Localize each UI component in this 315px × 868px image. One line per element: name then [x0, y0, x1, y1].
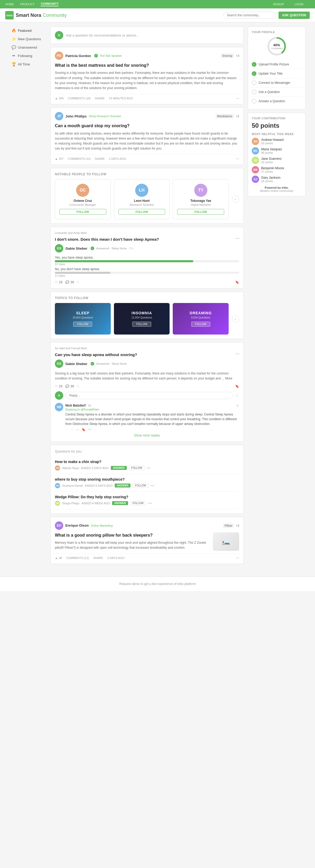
- q2-follow-button[interactable]: FOLLOW: [130, 501, 146, 505]
- profile-action-3[interactable]: Ask a Question: [252, 88, 302, 97]
- q0-more[interactable]: •••: [147, 466, 151, 470]
- topic1-follow-button[interactable]: FOLLOW: [132, 322, 151, 327]
- post1-comments[interactable]: COMMENTS (18): [68, 97, 91, 100]
- like-button[interactable]: ♡ 19: [55, 280, 62, 284]
- comment-like-icon[interactable]: ♡: [65, 428, 68, 432]
- second-apnea-author: Gabie Sheber: [65, 362, 88, 366]
- topic2-follow-button[interactable]: FOLLOW: [191, 322, 210, 327]
- comment-more-icon[interactable]: •••: [88, 428, 92, 432]
- q1-follow-button[interactable]: FOLLOW: [133, 483, 148, 488]
- people-next-arrow[interactable]: ›: [232, 195, 239, 203]
- comment-bookmark-icon[interactable]: 🔖: [82, 428, 85, 432]
- follow-leon-button[interactable]: FOLLOW: [118, 209, 165, 215]
- contributor-1: MV Maria Vasquez 46 points: [252, 147, 302, 155]
- contributor3-info: Benjamin Moore 27 points: [261, 166, 284, 173]
- profile-action-1[interactable]: ✓ Update Your Title: [252, 69, 302, 78]
- profile-action-2[interactable]: Connect to Messenger: [252, 78, 302, 88]
- q2-more[interactable]: •••: [148, 501, 152, 505]
- comment-button[interactable]: 💬 39: [65, 280, 74, 284]
- follow-oviene-button[interactable]: FOLLOW: [59, 209, 106, 215]
- topics-grid: SLEEP 19,654 Questions FOLLOW INSOMNIA 1…: [55, 303, 229, 335]
- post2-avatar: JP: [55, 112, 63, 120]
- pillow-more[interactable]: •••: [236, 556, 239, 559]
- q1-more[interactable]: •••: [151, 484, 154, 488]
- ask-placeholder[interactable]: Ask a question for recommendations or ad…: [66, 33, 139, 37]
- post1-tag[interactable]: Snoring: [221, 54, 234, 58]
- nav-login[interactable]: LOGIN: [294, 3, 304, 6]
- second-apnea-more[interactable]: •••: [236, 352, 239, 356]
- q1-answer-button[interactable]: ANSWER: [115, 484, 131, 488]
- post2-comments[interactable]: COMMENTS (12): [68, 157, 91, 160]
- emoji-button[interactable]: ☺: [235, 393, 239, 398]
- share-button[interactable]: ↑: [77, 280, 79, 284]
- post1-more[interactable]: •••: [236, 97, 239, 100]
- person0-role: Community Manager: [59, 203, 106, 206]
- person1-role: Research Scientist: [118, 203, 165, 206]
- sidebar-item-featured[interactable]: 🔥 Featured: [9, 27, 46, 34]
- pillow-tag[interactable]: Pillow: [223, 524, 234, 528]
- second-share-button[interactable]: ↑: [77, 384, 79, 388]
- post1-votes: ▲ 309: [55, 97, 64, 100]
- follow-tokunaga-button[interactable]: FOLLOW: [177, 209, 224, 215]
- bookmark-button[interactable]: 🔖: [235, 280, 239, 284]
- user-avatar: U: [55, 31, 63, 39]
- question-row-1: where to buy stop snoring mouthpiece? DD…: [55, 474, 239, 492]
- post1-tag-extra: +3: [236, 54, 239, 57]
- nav-community[interactable]: COMMUNITY: [41, 2, 59, 6]
- post1-share[interactable]: SHARE: [95, 97, 105, 100]
- collapse-button[interactable]: ∨: [236, 403, 239, 408]
- sidebar-item-all-time[interactable]: 🏆 All Time: [9, 60, 46, 68]
- q0-follow-button[interactable]: FOLLOW: [129, 466, 145, 470]
- comment-dislike-icon[interactable]: ♡: [71, 428, 74, 432]
- nav-home[interactable]: HOME: [5, 3, 14, 6]
- pillow-title: What is a good snoring pillow for back s…: [55, 532, 210, 538]
- contributor0-name: Andrew Howard: [261, 138, 283, 142]
- sidebar-item-new-questions[interactable]: ✨ New Questions: [9, 35, 46, 43]
- q2-answer-button[interactable]: ANSWER: [112, 501, 128, 505]
- comment-reply-icon[interactable]: ↩: [76, 428, 79, 432]
- person-leon: LH Leon Hunt Research Scientist FOLLOW: [114, 179, 170, 219]
- fire-icon: 🔥: [11, 28, 16, 33]
- pillow-share[interactable]: SHARE: [93, 556, 103, 559]
- post2-more[interactable]: •••: [236, 157, 239, 160]
- second-comment-button[interactable]: 💬 39: [65, 384, 74, 388]
- search-input[interactable]: [223, 12, 276, 19]
- sidebar-label-unanswered: Unanswered: [18, 45, 37, 50]
- profile-action-4[interactable]: Answer a Question: [252, 97, 302, 106]
- person0-avatar: OC: [76, 184, 89, 197]
- topic-sleep[interactable]: SLEEP 19,654 Questions FOLLOW: [55, 303, 111, 335]
- sidebar-label-alltime: All Time: [18, 62, 30, 66]
- reply-area: + ☺: [55, 391, 239, 400]
- show-more-replies[interactable]: Show more replies: [55, 434, 239, 437]
- profile-action-label-2: Connect to Messenger: [258, 81, 290, 85]
- footer-text: Request demo to get a live experience of…: [119, 582, 196, 586]
- sleep-apnea-more[interactable]: •••: [236, 237, 239, 241]
- post2-tag-extra: +2: [236, 115, 239, 118]
- ask-question-button[interactable]: ASK QUESTION: [279, 11, 310, 19]
- sidebar-item-following[interactable]: •• Following: [9, 52, 46, 60]
- post2-share[interactable]: SHARE: [95, 157, 105, 160]
- second-bookmark-button[interactable]: 🔖: [235, 384, 239, 388]
- contributor0-points: 50 points: [261, 142, 283, 145]
- post2-tag[interactable]: Mouthpiece: [216, 114, 234, 118]
- post1-body: Snoring is a big issue for both snorers …: [55, 70, 239, 91]
- sidebar-item-unanswered[interactable]: 💬 Unanswered: [9, 43, 46, 51]
- nav-signup[interactable]: SIGNUP: [273, 3, 284, 6]
- vote-icon2: ▲: [55, 157, 58, 160]
- contributor4-name: Gary Jackson: [261, 176, 280, 180]
- notable-people-card: NOTABLE PEOPLE TO FOLLOW OC Oviene Cruz …: [50, 168, 244, 224]
- q0-answer-button[interactable]: ANSWER: [111, 466, 127, 470]
- check-icon-1: ✓: [252, 71, 256, 76]
- questions-for-you-title: Questions for you: [55, 450, 239, 453]
- reply-input[interactable]: [65, 392, 233, 399]
- topic-dreaming[interactable]: DREAMING 8,654 Questions FOLLOW: [173, 303, 229, 335]
- comment-avatar: NB: [55, 403, 63, 411]
- nav-product[interactable]: PRODUCT: [20, 3, 34, 6]
- topic-insomnia[interactable]: INSOMNIA 12,654 Questions FOLLOW: [114, 303, 170, 335]
- topic0-follow-button[interactable]: FOLLOW: [73, 322, 92, 327]
- topics-next-arrow[interactable]: ›: [232, 315, 239, 322]
- logo: nora: [5, 11, 14, 20]
- second-like-button[interactable]: ♡ 19: [55, 384, 62, 388]
- pillow-comments[interactable]: COMMENTS (11): [66, 556, 89, 559]
- profile-action-0[interactable]: ✓ Upload Profile Picture: [252, 60, 302, 69]
